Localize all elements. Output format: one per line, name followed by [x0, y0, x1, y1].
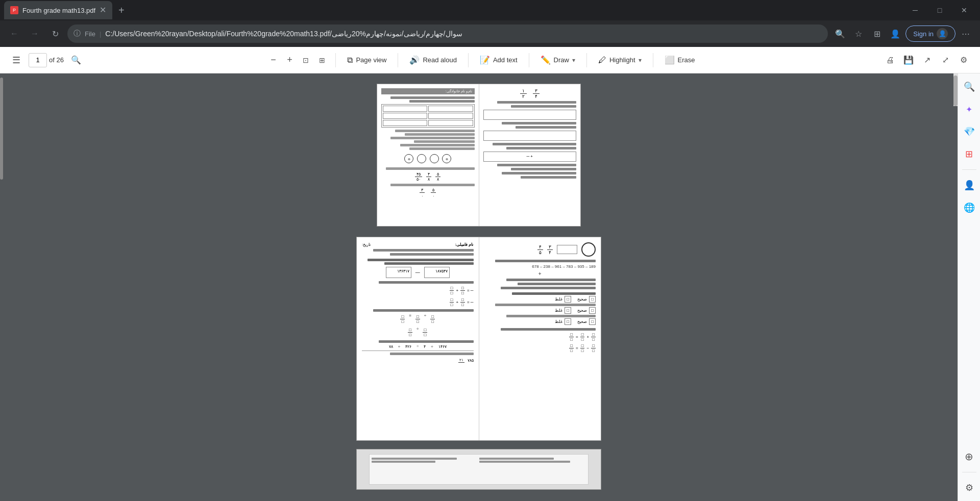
toolbar-separator-3 [468, 53, 469, 67]
sidebar-divider-2 [962, 472, 976, 472]
print-button[interactable]: 🖨 [882, 52, 898, 68]
refresh-button[interactable]: ↻ [47, 26, 63, 42]
pdf-toolbar-left: ☰ of 26 🔍 [8, 52, 84, 68]
browser-more-button[interactable]: ⋯ [958, 26, 974, 42]
favorites-star-button[interactable]: ☆ [850, 26, 867, 42]
fraction-operations: ─ = □□ + □□ ─ = □□ + □□ [362, 281, 474, 307]
left-scroll-thumb[interactable] [0, 78, 3, 180]
address-bar[interactable]: ⓘ File | C:/Users/Green%20rayan/Desktop/… [67, 24, 828, 43]
fit-width-button[interactable]: ⊞ [315, 53, 329, 67]
pdf-menu-button[interactable]: ☰ [8, 52, 24, 68]
minimize-button[interactable]: ─ [903, 1, 927, 19]
draw-icon: ✏️ [541, 55, 551, 65]
math-question-1: ۱۸۷۵۴۷ — ۱۳۶۳۱۷ [362, 259, 474, 278]
highlight-button[interactable]: 🖊 Highlight ▾ [593, 53, 647, 68]
tab-title: Fourth grade math13.pdf [22, 7, 95, 14]
fit-page-button[interactable]: ⊡ [299, 53, 313, 67]
draw-label: Draw [554, 56, 569, 64]
add-text-icon: 📝 [480, 55, 490, 65]
window-controls: ─ □ ✕ [903, 1, 976, 19]
save-button[interactable]: 💾 [900, 52, 917, 68]
true-check-2: □ [589, 307, 596, 314]
false-check-2: □ [565, 307, 571, 314]
toolbar-separator-6 [653, 53, 653, 67]
page2-left-col: نام فامیلی: تاریخ: ۱۸۷۵۴۷ — ۱۳۶۳۱ [357, 237, 479, 440]
read-aloud-button[interactable]: 🔊 Read aloud [404, 52, 462, 68]
page-navigation: of 26 [29, 53, 64, 67]
zoom-out-button[interactable]: − [266, 53, 280, 67]
share-button[interactable]: ↗ [919, 52, 935, 68]
pdf-toolbar: ☰ of 26 🔍 − + ⊡ ⊞ ⧉ Page view 🔊 Read alo… [0, 47, 980, 73]
partial-page-content [369, 454, 589, 485]
plus-symbol: + [484, 271, 596, 277]
pdf-toolbar-center: − + ⊡ ⊞ ⧉ Page view 🔊 Read aloud 📝 Add t… [86, 52, 880, 68]
sidebar-add-page-icon[interactable]: ⊕ [960, 447, 978, 466]
address-bar-row: ← → ↻ ⓘ File | C:/Users/Green%20rayan/De… [0, 20, 980, 47]
add-text-label: Add text [493, 56, 518, 64]
erase-label: Erase [678, 56, 695, 64]
fit-screen-button[interactable]: ⤢ [937, 52, 953, 68]
left-scrollbar [0, 73, 3, 180]
page1-question-blocks: ⊗ ⊗ ۵۸ ۴۸ ۴۵۵۰ [381, 130, 475, 197]
browser-search-button[interactable]: 🔍 [832, 26, 848, 42]
browser-right-sidebar: 🔍 ✦ 💎 ⊞ 👤 🌐 ⊕ ⚙ [958, 73, 980, 501]
erase-button[interactable]: ⬜ Erase [659, 52, 700, 68]
sign-in-label: Sign in [913, 30, 934, 38]
forward-button[interactable]: → [27, 26, 43, 42]
false-label-1: غلط [555, 297, 562, 302]
zoom-in-button[interactable]: + [282, 53, 297, 67]
fraction-row: ۵۸ ۴۸ ۴۵۵۰ [381, 172, 475, 182]
answer-rect [557, 245, 577, 254]
sidebar-web-icon[interactable]: 🌐 [960, 198, 978, 217]
main-scrollbar-track[interactable] [953, 73, 958, 106]
tab-close-button[interactable]: ✕ [100, 6, 106, 14]
sidebar-apps-icon[interactable]: ⊞ [960, 145, 978, 163]
page1-left-table [381, 104, 475, 128]
pdf-settings-button[interactable]: ⚙ [955, 52, 972, 68]
read-aloud-label: Read aloud [423, 56, 457, 64]
page-view-button[interactable]: ⧉ Page view [342, 53, 391, 68]
large-numbers: ۱۴۶۷ ÷ ۴ = ۴۲۶ ÷ ۷۸ [362, 340, 474, 355]
draw-dropdown-icon: ▾ [572, 57, 575, 64]
add-text-button[interactable]: 📝 Add text [475, 52, 523, 68]
maximize-button[interactable]: □ [928, 1, 951, 19]
collections-button[interactable]: ⊞ [869, 26, 885, 42]
pdf-main-viewer[interactable]: نام و نام خانوادگی: [0, 73, 958, 501]
large-circle [581, 242, 596, 257]
sign-in-button[interactable]: Sign in 👤 [905, 26, 955, 42]
sidebar-settings-icon[interactable]: ⚙ [960, 479, 978, 497]
page-number-input[interactable] [29, 53, 47, 67]
toolbar-separator-5 [586, 53, 587, 67]
false-label-3: غلط [555, 319, 562, 324]
tab-bar: P Fourth grade math13.pdf ✕ + ─ □ ✕ [0, 0, 980, 20]
pdf-search-button[interactable]: 🔍 [68, 52, 84, 68]
active-tab[interactable]: P Fourth grade math13.pdf ✕ [4, 1, 112, 19]
profile-button[interactable]: 👤 [887, 26, 903, 42]
toolbar-separator-4 [529, 53, 529, 67]
page2-title: نام فامیلی: [455, 242, 474, 247]
sidebar-copilot-icon[interactable]: ✦ [960, 100, 978, 118]
draw-button[interactable]: ✏️ Draw ▾ [535, 52, 580, 68]
sidebar-search-icon[interactable]: 🔍 [960, 78, 978, 96]
close-button[interactable]: ✕ [952, 1, 976, 19]
true-label-2: صحیح [577, 308, 587, 313]
sidebar-profile-icon[interactable]: 👤 [960, 176, 978, 194]
answer-box-2 [483, 131, 577, 141]
main-scrollbar-thumb[interactable] [953, 76, 958, 106]
highlight-dropdown-icon: ▾ [639, 57, 642, 64]
toolbar-separator-2 [398, 53, 398, 67]
page2-right-col: ۳۴ ۴۵ 189 – 935 – 783 – 961 – 238 – 678 … [479, 237, 601, 440]
sidebar-collections-icon[interactable]: 💎 [960, 122, 978, 141]
fraction-row-2: ۵. ۳. [381, 188, 475, 197]
false-label-2: غلط [555, 308, 562, 313]
user-avatar: 👤 [937, 28, 948, 39]
new-tab-button[interactable]: + [114, 3, 129, 18]
highlight-icon: 🖊 [598, 56, 606, 65]
page1-left-content [381, 96, 475, 103]
bottom-numbers: ۷۸۵ ۲۱ [362, 358, 474, 363]
cross-mark: + ─ [486, 154, 574, 159]
circles-row: ⊗ ⊗ [381, 153, 475, 165]
back-button[interactable]: ← [6, 26, 22, 42]
toolbar-separator-1 [335, 53, 336, 67]
sidebar-divider-1 [962, 169, 976, 170]
